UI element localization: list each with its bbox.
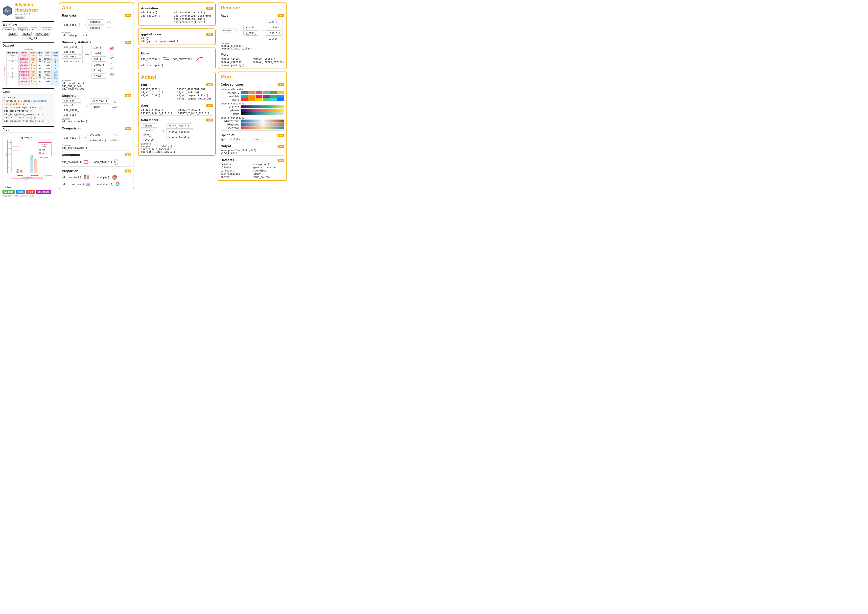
dl-input1: rename_: [141, 123, 157, 128]
wf-theme: theme: [21, 32, 32, 36]
svg-rect-65: [110, 48, 112, 50]
split-plot-section: Split plot link split_plot(by, ncol, nro…: [221, 132, 284, 141]
data-labels-title: Data labels: [141, 118, 158, 122]
prop-areastack: add_areastack(): [62, 183, 84, 186]
raw-data-example-label: Example:: [62, 31, 131, 34]
raw-data-section: Raw data link add_data_ ⟶ points() label…: [62, 12, 131, 37]
svg-rect-28: [30, 155, 33, 173]
summary-stats-link[interactable]: link: [125, 41, 131, 44]
curvefit-icon: [196, 56, 204, 62]
adj-legend-title: adjust_legend_title(): [177, 94, 213, 97]
dispersion-link[interactable]: link: [125, 94, 131, 97]
comparison-link[interactable]: link: [125, 127, 131, 130]
raw-data-input: add_data_: [62, 23, 80, 27]
remove-axes-link[interactable]: link: [277, 14, 284, 17]
svg-rect-103: [167, 59, 169, 60]
comp-out-asterisks: asterisks(): [88, 138, 108, 143]
proportion-section: Proportion link add_barstack(): [62, 168, 131, 187]
rem-labels: labels(): [266, 30, 282, 36]
dataset-item: distributions: [221, 173, 251, 175]
adjust-plot-link[interactable]: link: [206, 83, 213, 86]
dataset-item: energy: [221, 176, 251, 179]
ann-fn6: add_reference_lines(): [174, 21, 213, 23]
ggplot2-link[interactable]: link: [206, 33, 213, 36]
remove-box: Remove Axes link remove_ x_axis_ y_axis_: [218, 3, 287, 69]
raw-data-link[interactable]: link: [125, 14, 131, 17]
ss-out-area: area(): [91, 73, 106, 79]
violin-icon: [113, 159, 119, 165]
adj-y-axis: adjust_y_axis(): [178, 109, 213, 111]
link-use-cases[interactable]: use-cases: [36, 190, 51, 194]
comp-arrow: ⟶: [81, 135, 86, 140]
comp-example: add_test_pvalue(): [62, 146, 131, 149]
swatch-c6: [277, 91, 284, 94]
pvalue-icon: p=0.01: [110, 133, 118, 137]
adj-x-axis: adjust_x_axis(): [141, 109, 176, 111]
svg-point-52: [39, 152, 41, 154]
svg-text:***: ***: [113, 139, 115, 141]
dashed-arrow1: [237, 30, 242, 30]
left-sidebar: tidy plots tidyplots cheatsheet version …: [3, 3, 57, 197]
distribution-link[interactable]: link: [125, 154, 131, 156]
asterisks-icon: ***: [110, 138, 118, 143]
raw-data-title: Raw data: [62, 14, 76, 17]
color-schemes-section: Color schemes link colors_discrete_ frie…: [221, 81, 284, 129]
summary-stats-section: Summary statistics link add_count_ add_s…: [62, 39, 131, 90]
remove-axes-title: Axes: [221, 14, 228, 17]
dataset-item: study: [253, 173, 284, 175]
adj-font: adjust_font(): [141, 94, 175, 97]
links-row[interactable]: website docs help use-cases: [3, 190, 54, 194]
rem-axes-example-label: Examples:: [221, 42, 284, 45]
output-view: view_plot(): [221, 152, 284, 154]
dl-ex2: sort_x_axis_labels(): [141, 148, 213, 151]
dist-violin-row: add_violin(): [94, 159, 119, 165]
svg-text:plots: plots: [5, 10, 8, 12]
swatch-blue2red: blue2red: [221, 123, 284, 126]
adjust-plot-title: Plot: [141, 83, 147, 87]
datasets-link[interactable]: link: [277, 159, 284, 162]
svg-point-39: [21, 169, 22, 171]
data-labels-link[interactable]: link: [206, 118, 213, 121]
proportion-link[interactable]: link: [125, 169, 131, 173]
svg-point-42: [34, 161, 36, 162]
adjust-plot-section: Plot link adjust_size() adjust_descripti…: [141, 81, 213, 100]
swatch-plasma-bar: [241, 109, 284, 112]
svg-rect-64: [107, 27, 111, 28]
swatch-apple-label: apple: [221, 98, 240, 101]
link-website[interactable]: website: [3, 190, 15, 194]
logo-area: tidy plots tidyplots cheatsheet version …: [3, 3, 54, 19]
adj-legend-pos: adjust_legend_position(): [177, 97, 213, 100]
link-help[interactable]: help: [26, 190, 35, 194]
adjust-axes-link[interactable]: link: [206, 104, 213, 107]
svg-text:Height: Height: [5, 153, 7, 157]
more-add-items: add_heatmap() add_curvefit() add_histo: [141, 56, 213, 67]
comparison-section: Comparison link add_test_ ⟶ pvalue() ast…: [62, 125, 131, 149]
svg-rect-90: [84, 178, 86, 179]
annotation-link[interactable]: link: [206, 7, 213, 10]
continuous-label: colors_continuous_: [221, 102, 284, 105]
raw-data-output-points: points(): [88, 19, 104, 25]
swatch-mako-label: mako: [221, 113, 240, 115]
raw-data-arrow: ⟶: [81, 23, 86, 27]
adj-size: adjust_size(): [141, 88, 175, 90]
dl-input4: reverse_: [141, 138, 157, 142]
right-col: Remove Axes link remove_ x_axis_ y_axis_: [218, 3, 287, 197]
errorbar-icon: [112, 99, 118, 103]
dispersion-title: Dispersion: [62, 94, 78, 98]
donut-icon: [115, 182, 120, 187]
app-title: tidyplots cheatsheet: [15, 3, 54, 13]
color-schemes-link[interactable]: link: [277, 83, 284, 86]
svg-point-63: [110, 23, 111, 23]
remove-more-section: More remove_title() remove_legend() remo…: [221, 53, 284, 67]
output-link[interactable]: link: [277, 145, 284, 148]
link-docs[interactable]: docs: [16, 190, 25, 194]
tib-badge: tibEngler: [15, 16, 25, 19]
dispersion-section: Dispersion link add_sem_ add_sd_ add_ran…: [62, 92, 131, 123]
swatch-plasma: plasma: [221, 109, 284, 112]
more-add-title: More: [141, 51, 213, 55]
links-section-title: Links: [3, 184, 54, 189]
add-column: Add Raw data link add_data_ ⟶ points() l…: [57, 3, 136, 197]
adjust-box: Adjust Plot link adjust_size() adjust_de…: [138, 72, 216, 155]
split-plot-link[interactable]: link: [277, 134, 284, 137]
svg-text:0: 0: [8, 173, 9, 174]
